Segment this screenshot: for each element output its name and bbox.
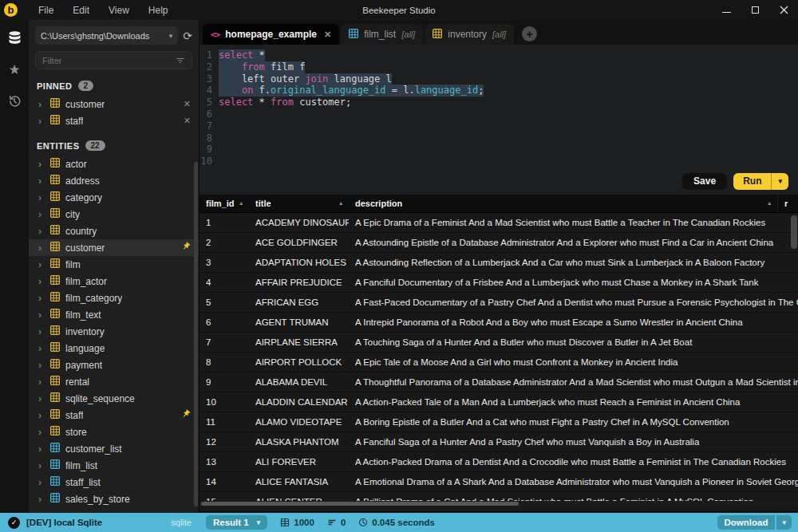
cell-description[interactable]: A Touching Saga of a Hunter And a Butler… [349,337,798,347]
sidebar-scrollbar[interactable] [194,162,198,506]
entity-item-film_list[interactable]: ›film_list [29,457,199,474]
entity-item-film_category[interactable]: ›film_category [29,290,199,306]
download-options-caret[interactable]: ▾ [776,515,792,530]
cell-description[interactable]: A Fanciful Documentary of a Frisbee And … [349,278,798,287]
cell-film-id[interactable]: 14 [200,477,249,487]
history-icon[interactable] [5,92,24,111]
chevron-right-icon[interactable]: › [38,360,45,371]
cell-film-id[interactable]: 8 [200,357,249,367]
entity-item-staff_list[interactable]: ›staff_list [29,474,199,491]
chevron-right-icon[interactable]: › [38,99,45,110]
chevron-right-icon[interactable]: › [38,116,45,127]
table-row[interactable]: 10ALADDIN CALENDARA Action-Packed Tale o… [200,392,798,412]
cell-film-id[interactable]: 9 [200,377,249,387]
cell-title[interactable]: ALADDIN CALENDAR [249,397,349,407]
cell-description[interactable]: A Action-Packed Drama of a Dentist And a… [349,457,798,467]
cell-description[interactable]: A Astounding Reflection of a Lumberjack … [349,258,798,267]
save-button[interactable]: Save [682,173,727,190]
horizontal-scrollbar-thumb[interactable] [201,502,519,506]
entity-item-film[interactable]: ›film [29,256,199,273]
table-row[interactable]: 2ACE GOLDFINGERA Astounding Epistle of a… [200,233,798,253]
cell-film-id[interactable]: 11 [200,417,249,427]
entity-item-rental[interactable]: ›rental [29,373,199,390]
pinned-item-customer[interactable]: ›customer✕ [29,96,199,112]
cell-description[interactable]: A Fast-Paced Documentary of a Pastry Che… [349,298,798,307]
chevron-right-icon[interactable]: › [38,293,45,304]
unpin-close-icon[interactable]: ✕ [184,99,191,109]
sort-asc-icon[interactable]: ▴ [339,200,342,207]
cell-description[interactable]: A Epic Drama of a Feminist And a Mad Sci… [349,218,798,227]
database-tables-icon[interactable] [5,28,24,47]
cell-title[interactable]: AIRPORT POLLOCK [249,357,349,367]
entity-item-store[interactable]: ›store [29,424,199,440]
table-row[interactable]: 7AIRPLANE SIERRAA Touching Saga of a Hun… [200,333,798,353]
chevron-right-icon[interactable]: › [38,376,45,388]
pinned-item-staff[interactable]: ›staff✕ [29,112,199,129]
cell-film-id[interactable]: 5 [200,298,249,307]
cell-title[interactable]: ALABAMA DEVIL [249,377,349,387]
chevron-right-icon[interactable]: › [38,276,45,287]
entity-item-address[interactable]: ›address [29,172,199,189]
cell-description[interactable]: A Emotional Drama of a A Shark And a Dat… [349,477,798,487]
close-icon[interactable] [779,6,788,15]
tab-inventory[interactable]: inventory[all] [425,24,514,45]
chevron-right-icon[interactable]: › [38,410,45,421]
cell-title[interactable]: AFFAIR PREJUDICE [249,278,349,287]
tab-film_list[interactable]: film_list[all] [341,24,423,45]
download-button[interactable]: Download [717,515,776,530]
cell-film-id[interactable]: 1 [200,218,249,227]
entity-item-city[interactable]: ›city [29,206,199,223]
entity-item-category[interactable]: ›category [29,189,199,206]
entity-item-country[interactable]: ›country [29,223,199,239]
cell-description[interactable]: A Action-Packed Tale of a Man And a Lumb… [349,397,798,407]
run-options-caret-icon[interactable]: ▾ [771,173,788,190]
table-row[interactable]: 4AFFAIR PREJUDICEA Fanciful Documentary … [200,273,798,293]
cell-film-id[interactable]: 7 [200,337,249,347]
entity-item-language[interactable]: ›language [29,340,199,357]
cell-film-id[interactable]: 12 [200,437,249,447]
table-row[interactable]: 1ACADEMY DINOSAURA Epic Drama of a Femin… [200,213,798,233]
new-tab-button[interactable]: + [522,26,537,41]
column-header-film_id[interactable]: film_id▴ [200,195,249,212]
chevron-right-icon[interactable]: › [38,242,45,254]
cell-description[interactable]: A Fanciful Saga of a Hunter And a Pastry… [349,437,798,447]
cell-title[interactable]: AGENT TRUMAN [249,317,349,327]
results-horizontal-scrollbar[interactable] [200,501,798,506]
results-vertical-scrollbar[interactable] [791,215,797,249]
entity-item-sqlite_sequence[interactable]: ›sqlite_sequence [29,390,199,407]
refresh-icon[interactable]: ⟳ [183,30,192,42]
cell-description[interactable]: A Astounding Epistle of a Database Admin… [349,238,798,247]
menu-item-edit[interactable]: Edit [63,2,99,18]
chevron-right-icon[interactable]: › [38,259,45,270]
run-button[interactable]: Run ▾ [733,173,788,190]
entity-item-film_text[interactable]: ›film_text [29,306,199,323]
table-row[interactable]: 8AIRPORT POLLOCKA Epic Tale of a Moose A… [200,353,798,372]
chevron-right-icon[interactable]: › [38,427,45,438]
pin-icon[interactable] [181,242,191,254]
menu-item-help[interactable]: Help [139,2,178,18]
cell-title[interactable]: AFRICAN EGG [249,298,349,307]
connection-name[interactable]: [DEV] local Sqlite [26,518,164,527]
cell-title[interactable]: ALICE FANTASIA [249,477,349,487]
maximize-icon[interactable] [750,6,760,15]
column-header-partial[interactable]: r [777,195,798,212]
cell-title[interactable]: ACE GOLDFINGER [249,238,349,247]
menu-item-file[interactable]: File [29,2,63,18]
cell-title[interactable]: ADAPTATION HOLES [249,258,349,267]
tab-homepage_example[interactable]: <>homepage_example✕ [203,24,339,45]
pinned-section-header[interactable]: PINNED 2 [29,69,199,96]
menu-item-view[interactable]: View [99,2,139,18]
table-row[interactable]: 5AFRICAN EGGA Fast-Paced Documentary of … [200,293,798,313]
table-row[interactable]: 11ALAMO VIDEOTAPEA Boring Epistle of a B… [200,412,798,432]
chevron-right-icon[interactable]: › [38,159,45,170]
cell-description[interactable]: A Epic Tale of a Moose And a Girl who mu… [349,357,798,367]
entity-item-payment[interactable]: ›payment [29,357,199,373]
cell-film-id[interactable]: 4 [200,278,249,287]
entity-item-sales_by_store[interactable]: ›sales_by_store [29,491,199,507]
cell-title[interactable]: ALASKA PHANTOM [249,437,349,447]
chevron-right-icon[interactable]: › [38,494,45,505]
result-selector-button[interactable]: Result 1 ▾ [206,515,267,530]
cell-description[interactable]: A Intrepid Panorama of a Robot And a Boy… [349,317,798,327]
entity-item-actor[interactable]: ›actor [29,156,199,172]
close-tab-icon[interactable]: ✕ [324,30,331,40]
